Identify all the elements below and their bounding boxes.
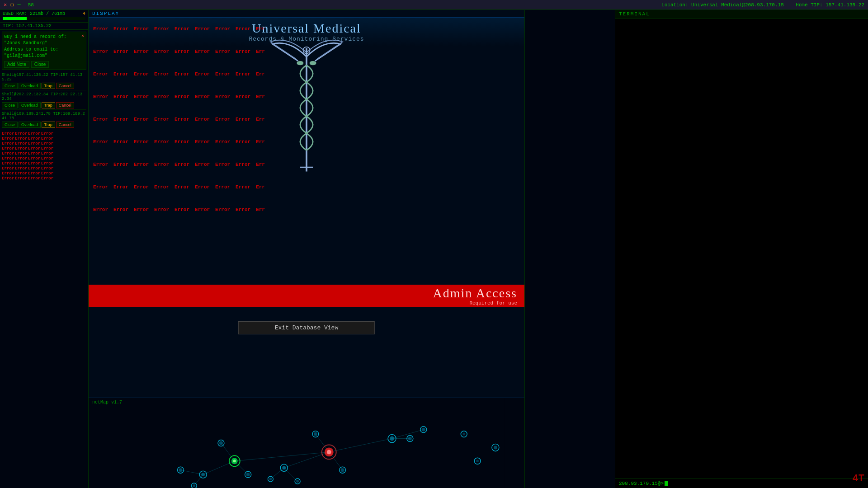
ram-bar <box>3 17 27 20</box>
diag-error-cell: Error <box>192 49 212 54</box>
terminal-cursor <box>665 481 668 486</box>
window-icon-min[interactable]: — <box>17 2 20 8</box>
svg-point-22 <box>327 450 331 454</box>
diag-error-cell: Error <box>111 162 131 167</box>
error-cell: Error <box>41 171 53 176</box>
center-error-row: ErrorErrorErrorErrorErrorErrorErrorError… <box>89 198 524 221</box>
note-text: Guy i need a record of: "Jonas Sandburg"… <box>4 34 84 59</box>
error-cell: Error <box>2 146 14 151</box>
diag-error-cell: Error <box>212 49 233 54</box>
shell3-trap[interactable]: Trap <box>42 122 55 128</box>
diag-error-cell: Error <box>212 139 233 145</box>
diag-error-cell: Err <box>253 207 268 212</box>
diag-error-cell: Error <box>172 139 192 145</box>
svg-point-37 <box>246 473 250 476</box>
svg-point-53 <box>494 446 497 449</box>
diag-error-cell: Error <box>233 117 253 122</box>
note-close-button[interactable]: ✕ <box>81 33 84 38</box>
sidebar-error-row: ErrorErrorErrorError <box>2 166 86 171</box>
center-error-row: ErrorErrorErrorErrorErrorErrorErrorError… <box>89 176 524 198</box>
diag-error-cell: Error <box>131 71 151 77</box>
diag-error-cell: Error <box>131 139 151 145</box>
error-cell: Error <box>41 146 53 151</box>
pixel-grid-panel <box>524 10 615 488</box>
error-cell: Error <box>2 156 14 161</box>
diag-error-cell: Error <box>90 139 111 145</box>
terminal-output[interactable] <box>615 19 868 479</box>
diag-error-cell: Error <box>131 207 151 212</box>
window-icon-x[interactable]: ✕ <box>4 1 7 8</box>
svg-point-55 <box>476 460 479 462</box>
error-cell: Error <box>2 131 14 136</box>
diag-error-cell: Error <box>111 184 131 190</box>
error-cell: Error <box>15 171 27 176</box>
shell3-cancel[interactable]: Cancel <box>56 122 74 128</box>
top-bar-counter: 58 <box>28 2 34 8</box>
ram-number: 4 <box>83 11 85 16</box>
window-icon-box[interactable]: ◻ <box>10 1 14 8</box>
diag-error-cell: Error <box>233 71 253 77</box>
shell-entry-3: Shell@109.189.241.78 TIP:109.189.241.78 … <box>2 112 86 129</box>
sidebar-error-row: ErrorErrorErrorError <box>2 156 86 161</box>
diag-error-cell: Error <box>90 94 111 99</box>
netmap: netMap v1.7 <box>89 398 524 488</box>
add-note-button[interactable]: Add Note <box>4 61 29 68</box>
diag-error-cell: Error <box>172 162 192 167</box>
error-cell: Error <box>28 156 40 161</box>
error-cell: Error <box>28 136 40 141</box>
note-close-btn[interactable]: Close <box>31 61 49 68</box>
diag-error-cell: Error <box>233 139 253 145</box>
svg-point-41 <box>408 437 412 441</box>
diag-error-cell: Error <box>151 49 172 54</box>
shell2-trap[interactable]: Trap <box>42 102 55 108</box>
error-cell: Error <box>2 151 14 156</box>
error-cell: Error <box>2 161 14 166</box>
shell3-close[interactable]: Close <box>2 122 18 128</box>
error-cell: Error <box>2 141 14 146</box>
sidebar-error-row: ErrorErrorErrorError <box>2 176 86 181</box>
ram-label: USED RAM: 221mb / 761mb <box>3 11 65 16</box>
diag-error-cell: Error <box>90 117 111 122</box>
error-cell: Error <box>2 176 14 181</box>
error-cell: Error <box>41 166 53 171</box>
shell1-overload[interactable]: Overload <box>19 83 41 89</box>
shell1-trap[interactable]: Trap <box>42 83 55 89</box>
error-cell: Error <box>28 131 40 136</box>
admin-access-text: Admin Access <box>433 286 517 300</box>
netmap-svg <box>89 398 524 488</box>
diag-error-cell: Error <box>233 162 253 167</box>
top-bar: ✕ ◻ — 58 Location: Universal Medical@208… <box>0 0 868 10</box>
shell1-close[interactable]: Close <box>2 83 18 89</box>
shell3-overload[interactable]: Overload <box>19 122 41 128</box>
error-cell: Error <box>15 161 27 166</box>
shell2-overload[interactable]: Overload <box>19 102 41 108</box>
svg-rect-5 <box>108 398 505 488</box>
svg-point-49 <box>269 478 272 480</box>
shell2-cancel[interactable]: Cancel <box>56 102 74 108</box>
error-cell: Error <box>28 166 40 171</box>
diag-error-cell: Error <box>172 71 192 77</box>
caduceus-icon <box>261 31 352 176</box>
shell1-cancel[interactable]: Cancel <box>56 83 74 89</box>
error-cell: Error <box>41 151 53 156</box>
diag-error-cell: Error <box>131 162 151 167</box>
exit-database-button[interactable]: Exit Database View <box>238 321 375 334</box>
error-cell: Error <box>15 131 27 136</box>
netmap-label: netMap v1.7 <box>92 400 122 405</box>
error-cell: Error <box>2 136 14 141</box>
terminal-header: TERMINAL <box>615 10 868 19</box>
error-cell: Error <box>15 146 27 151</box>
sidebar-error-row: ErrorErrorErrorError <box>2 171 86 176</box>
diag-error-cell: Error <box>151 117 172 122</box>
svg-point-39 <box>341 468 344 472</box>
shell2-close[interactable]: Close <box>2 102 18 108</box>
diag-error-cell: Error <box>212 162 233 167</box>
svg-point-47 <box>193 484 195 487</box>
error-cell: Error <box>15 166 27 171</box>
sidebar-error-row: ErrorErrorErrorError <box>2 131 86 136</box>
svg-point-29 <box>282 466 286 469</box>
diag-error-cell: Error <box>90 184 111 190</box>
error-cell: Error <box>41 161 53 166</box>
diag-error-cell: Error <box>151 71 172 77</box>
error-cell: Error <box>2 166 14 171</box>
